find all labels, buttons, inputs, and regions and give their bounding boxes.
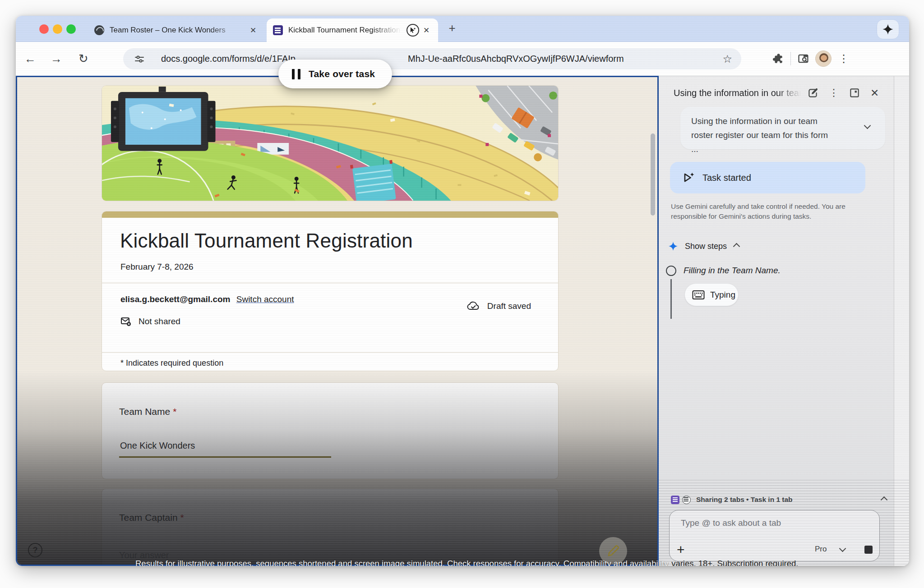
user-query-bubble[interactable]: Using the information in our team roster… bbox=[680, 107, 885, 149]
show-steps-label: Show steps bbox=[685, 242, 727, 251]
chevron-up-icon bbox=[733, 243, 740, 250]
required-asterisk: * bbox=[180, 512, 184, 523]
google-forms-favicon bbox=[273, 25, 283, 35]
team-captain-question-card: Team Captain* Your answer bbox=[102, 488, 559, 566]
site-info-tune-icon[interactable] bbox=[134, 54, 145, 64]
address-bar[interactable]: docs.google.com/forms/d/e/1FAIp MhJ-Ue-a… bbox=[123, 48, 741, 69]
switch-account-link[interactable]: Switch account bbox=[236, 294, 294, 304]
panel-title: Using the information in our team bbox=[674, 88, 804, 98]
close-tab-icon[interactable]: ✕ bbox=[421, 26, 432, 35]
question-label: Team Name* bbox=[119, 406, 176, 417]
form-column: Kickball Tournament Registration Februar… bbox=[102, 77, 559, 565]
tab-title: Team Roster – One Kick Wonders bbox=[110, 26, 248, 35]
panel-menu-kebab-icon[interactable]: ⋮ bbox=[829, 87, 839, 99]
chevron-down-icon[interactable] bbox=[864, 122, 871, 129]
action-chip-typing: Typing bbox=[684, 283, 739, 306]
gemini-sparkle-icon bbox=[668, 241, 679, 252]
form-title: Kickball Tournament Registration bbox=[120, 230, 413, 252]
show-steps-toggle[interactable]: Show steps bbox=[668, 240, 739, 253]
page-scrollbar-thumb[interactable] bbox=[651, 133, 655, 216]
focused-input-underline bbox=[119, 456, 331, 458]
add-context-button[interactable]: + bbox=[677, 542, 685, 557]
team-name-input[interactable]: One Kick Wonders bbox=[120, 441, 195, 451]
gemini-sparkle-button[interactable] bbox=[877, 19, 899, 39]
disclaimer-left: Results for illustrative purposes, seque… bbox=[135, 559, 668, 566]
gemini-agent-cursor-badge bbox=[407, 24, 419, 37]
keyboard-icon bbox=[692, 290, 705, 300]
browser-menu-kebab-icon[interactable]: ⋮ bbox=[837, 52, 850, 65]
team-roster-favicon bbox=[94, 25, 104, 35]
take-over-task-label: Take over task bbox=[309, 69, 375, 79]
task-status-pill[interactable]: Task started bbox=[670, 162, 865, 193]
tab-kickball-form[interactable]: Kickball Tournament Registration ✕ bbox=[267, 18, 438, 42]
extensions-puzzle-icon[interactable] bbox=[772, 53, 784, 64]
toolbar-right-icons: ⋮ bbox=[772, 48, 850, 69]
url-text-right: MhJ-Ue-aaRfc0usAhcbqRVxOGywIjfP6WJA/view… bbox=[408, 54, 624, 64]
browser-toolbar: ← → ↻ docs.google.com/forms/d/e/1FAIp Mh… bbox=[16, 42, 909, 76]
draft-saved-row: Draft saved bbox=[467, 301, 531, 312]
step-status-circle bbox=[666, 266, 676, 276]
form-accent-strip bbox=[102, 211, 558, 218]
panel-header-icons: ⋮ ✕ bbox=[807, 87, 879, 99]
new-tab-button[interactable]: + bbox=[444, 21, 460, 35]
open-in-window-icon[interactable] bbox=[849, 87, 860, 99]
question-label-text: Team Captain bbox=[119, 512, 178, 523]
card-divider bbox=[102, 283, 558, 283]
web-content-area: Kickball Tournament Registration Februar… bbox=[16, 76, 659, 566]
chat-input-card: Type @ to ask about a tab + Pro bbox=[669, 510, 880, 561]
form-header-image bbox=[102, 85, 559, 201]
tab-team-roster[interactable]: Team Roster – One Kick Wonders ✕ bbox=[88, 18, 265, 42]
gemini-side-panel: Using the information in our team ⋮ ✕ Us… bbox=[659, 76, 909, 566]
panel-scrollbar-gutter[interactable] bbox=[894, 76, 909, 566]
step-connector-line bbox=[670, 279, 672, 319]
form-title-card: Kickball Tournament Registration Februar… bbox=[102, 211, 559, 371]
sharing-status-label: Sharing 2 tabs • Task in 1 tab bbox=[696, 496, 882, 504]
task-status-label: Task started bbox=[702, 173, 751, 183]
current-step-text: Filling in the Team Name. bbox=[684, 266, 781, 276]
stadium-illustration bbox=[102, 86, 558, 201]
not-shared-label: Not shared bbox=[139, 317, 180, 326]
new-chat-edit-icon[interactable] bbox=[807, 87, 819, 99]
question-label-text: Team Name bbox=[119, 406, 170, 417]
disclaimer-right: varies. 18+. Subscription required. bbox=[671, 559, 798, 566]
model-selector[interactable]: Pro bbox=[815, 545, 827, 554]
tab-search-icon[interactable] bbox=[797, 52, 810, 65]
email-off-icon bbox=[120, 316, 131, 327]
required-asterisk: * bbox=[173, 406, 176, 417]
action-chip-label: Typing bbox=[710, 290, 735, 300]
close-tab-icon[interactable]: ✕ bbox=[248, 26, 259, 35]
close-window-button[interactable] bbox=[39, 24, 49, 34]
panel-header: Using the information in our team ⋮ ✕ bbox=[674, 85, 886, 101]
chat-input[interactable]: Type @ to ask about a tab bbox=[681, 518, 781, 528]
help-button[interactable]: ? bbox=[28, 543, 42, 557]
profile-avatar[interactable] bbox=[815, 51, 832, 67]
url-text-left: docs.google.com/forms/d/e/1FAIp bbox=[161, 54, 296, 64]
account-email: elisa.g.beckett@gmail.com bbox=[120, 294, 230, 304]
cloud-check-icon bbox=[467, 301, 480, 312]
team-name-question-card: Team Name* One Kick Wonders bbox=[102, 382, 559, 479]
chevron-down-icon[interactable] bbox=[839, 545, 846, 552]
zoom-window-button[interactable] bbox=[66, 24, 76, 34]
minimize-window-button[interactable] bbox=[53, 24, 62, 34]
forms-tab-mini-favicon bbox=[671, 496, 679, 504]
not-shared-row: Not shared bbox=[120, 316, 180, 327]
tab-strip: Team Roster – One Kick Wonders ✕ Kickbal… bbox=[16, 16, 909, 42]
main-row: Kickball Tournament Registration Februar… bbox=[16, 76, 909, 566]
stop-task-button[interactable] bbox=[864, 546, 873, 554]
sharing-status-bar[interactable]: Sharing 2 tabs • Task in 1 tab bbox=[671, 493, 887, 506]
take-over-task-button[interactable]: Take over task bbox=[278, 60, 392, 88]
forward-icon[interactable]: → bbox=[48, 52, 65, 66]
help-icon: ? bbox=[33, 546, 38, 555]
user-query-text: Using the information in our team roster… bbox=[691, 114, 835, 156]
reload-icon[interactable]: ↻ bbox=[75, 52, 92, 66]
draft-saved-label: Draft saved bbox=[487, 301, 531, 311]
account-line: elisa.g.beckett@gmail.com Switch account bbox=[120, 294, 294, 304]
bookmark-star-icon[interactable]: ☆ bbox=[722, 53, 732, 65]
back-icon[interactable]: ← bbox=[22, 52, 38, 66]
chevron-up-icon[interactable] bbox=[881, 496, 888, 503]
task-play-sparkle-icon bbox=[682, 171, 695, 184]
browser-window: Team Roster – One Kick Wonders ✕ Kickbal… bbox=[16, 16, 909, 566]
panel-close-icon[interactable]: ✕ bbox=[870, 87, 879, 99]
form-date: February 7-8, 2026 bbox=[120, 262, 194, 272]
roster-tab-mini-favicon bbox=[682, 496, 691, 504]
